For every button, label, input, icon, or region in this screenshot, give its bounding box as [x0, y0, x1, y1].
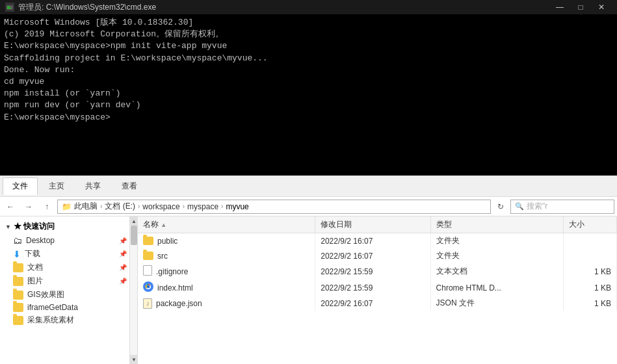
ribbon-tab-3[interactable]: 查看 — [112, 177, 147, 195]
cmd-line: E:\workspace\myspace> — [4, 112, 613, 124]
column-header-1[interactable]: 修改日期 — [315, 216, 430, 233]
file-row-1[interactable]: src2022/9/2 16:07文件夹 — [138, 248, 617, 263]
file-name-inner-1: src — [143, 251, 309, 261]
scroll-up-arrow[interactable]: ▲ — [130, 216, 138, 226]
sidebar-item-left-2: 文档 — [13, 262, 43, 273]
file-icon-4: J — [143, 298, 152, 309]
sidebar-item-2[interactable]: 文档📌 — [0, 261, 129, 274]
file-kind-2: 文本文档 — [430, 263, 564, 280]
scroll-down-arrow[interactable]: ▼ — [130, 355, 138, 364]
pin-icon-1: 📌 — [119, 250, 127, 257]
up-button[interactable]: ↑ — [39, 199, 55, 214]
file-name-cell-0: public — [138, 233, 315, 249]
file-kind-3: Chrome HTML D... — [430, 280, 564, 296]
column-header-0[interactable]: 名称 ▲ — [138, 216, 315, 233]
pin-icon-0: 📌 — [119, 237, 127, 244]
sidebar-item-label-1: 下载 — [25, 248, 40, 259]
column-header-2[interactable]: 类型 — [430, 216, 564, 233]
breadcrumb-item-0[interactable]: 此电脑 — [74, 201, 98, 212]
scroll-track — [130, 226, 137, 355]
breadcrumb-item-1[interactable]: 文档 (E:) — [105, 201, 135, 212]
breadcrumb-sep: › — [221, 203, 223, 210]
file-row-4[interactable]: Jpackage.json2022/9/2 16:07JSON 文件1 KB — [138, 296, 617, 311]
explorer-main: ▼ ★ 快速访问 🗂Desktop📌⬇下载📌文档📌图片📌GIS效果图iframe… — [0, 216, 617, 364]
sidebar-item-label-4: GIS效果图 — [27, 289, 64, 300]
cmd-line: Scaffolding project in E:\workspace\mysp… — [4, 53, 613, 64]
ribbon-tab-1[interactable]: 主页 — [39, 177, 74, 195]
sidebar-items-list: 🗂Desktop📌⬇下载📌文档📌图片📌GIS效果图iframeGetData采集… — [0, 234, 129, 327]
address-bar[interactable]: 📁 此电脑 › 文档 (E:) › workspace › myspace › … — [57, 200, 491, 214]
cmd-line: (c) 2019 Microsoft Corporation。保留所有权利。 — [4, 29, 613, 40]
sidebar-item-left-5: iframeGetData — [13, 303, 78, 312]
file-row-2[interactable]: .gitignore2022/9/2 15:59文本文档1 KB — [138, 263, 617, 280]
file-row-0[interactable]: public2022/9/2 16:07文件夹 — [138, 233, 617, 249]
cmd-icon — [5, 3, 14, 12]
ribbon-tab-2[interactable]: 共享 — [75, 177, 111, 195]
sidebar-item-3[interactable]: 图片📌 — [0, 274, 129, 288]
svg-rect-0 — [7, 5, 13, 10]
file-explorer: 文件主页共享查看 ← → ↑ 📁 此电脑 › 文档 (E:) › workspa… — [0, 176, 617, 364]
back-button[interactable]: ← — [3, 199, 18, 214]
file-kind-1: 文件夹 — [430, 248, 564, 263]
sidebar-item-label-3: 图片 — [27, 276, 43, 287]
cmd-line: Microsoft Windows [版本 10.0.18362.30] — [4, 17, 613, 29]
cmd-title: 管理员: C:\Windows\System32\cmd.exe — [18, 2, 156, 13]
file-modified-3: 2022/9/2 15:59 — [315, 280, 430, 296]
breadcrumb-item-4[interactable]: myvue — [226, 202, 248, 211]
breadcrumb-sep: › — [100, 203, 102, 210]
cmd-line: npm install (or `yarn`) — [4, 88, 613, 99]
file-name-cell-4: Jpackage.json — [138, 296, 315, 311]
close-button[interactable]: ✕ — [591, 0, 612, 14]
minimize-button[interactable]: — — [549, 0, 570, 14]
cmd-content: Microsoft Windows [版本 10.0.18362.30](c) … — [0, 14, 617, 126]
file-list-container: 名称 ▲修改日期类型大小public2022/9/2 16:07文件夹src20… — [138, 216, 617, 364]
scroll-thumb — [131, 226, 137, 245]
search-placeholder: 搜索"r — [527, 201, 547, 212]
refresh-button[interactable]: ↻ — [493, 200, 508, 214]
expand-triangle-icon: ▼ — [5, 224, 11, 230]
file-size-4: 1 KB — [564, 296, 617, 311]
file-size-1 — [564, 248, 617, 263]
cmd-window: 管理员: C:\Windows\System32\cmd.exe — □ ✕ M… — [0, 0, 617, 176]
sidebar-item-6[interactable]: 采集系统素材 — [0, 313, 129, 327]
sidebar-item-1[interactable]: ⬇下载📌 — [0, 247, 129, 261]
sidebar-item-4[interactable]: GIS效果图 — [0, 288, 129, 302]
column-header-3[interactable]: 大小 — [564, 216, 617, 233]
sidebar-item-0[interactable]: 🗂Desktop📌 — [0, 234, 129, 247]
cmd-titlebar-left: 管理员: C:\Windows\System32\cmd.exe — [5, 2, 156, 13]
sort-arrow: ▲ — [161, 222, 166, 228]
sidebar-item-left-1: ⬇下载 — [13, 248, 40, 259]
file-modified-1: 2022/9/2 16:07 — [315, 248, 430, 263]
quick-access-label: ★ 快速访问 — [14, 221, 55, 232]
file-icon-1 — [143, 251, 153, 261]
sidebar-item-5[interactable]: iframeGetData — [0, 302, 129, 313]
svg-rect-2 — [7, 8, 11, 8]
file-icon-3 — [143, 281, 153, 294]
svg-rect-1 — [7, 6, 10, 7]
file-name-text-0: public — [157, 237, 177, 246]
file-row-3[interactable]: index.html2022/9/2 15:59Chrome HTML D...… — [138, 280, 617, 296]
path-bar: ← → ↑ 📁 此电脑 › 文档 (E:) › workspace › mysp… — [0, 197, 617, 216]
restore-button[interactable]: □ — [570, 0, 591, 14]
svg-point-6 — [148, 286, 150, 288]
file-name-inner-2: .gitignore — [143, 265, 309, 278]
file-kind-4: JSON 文件 — [430, 296, 564, 311]
file-name-cell-2: .gitignore — [138, 263, 315, 280]
left-scrollbar[interactable]: ▲ ▼ — [130, 216, 138, 364]
file-icon-2 — [143, 265, 152, 278]
file-kind-0: 文件夹 — [430, 233, 564, 249]
breadcrumb-item-2[interactable]: workspace — [142, 202, 179, 211]
breadcrumb-item-3[interactable]: myspace — [187, 202, 218, 211]
file-list-area: ▲ ▼ 名称 ▲修改日期类型大小public2022/9/2 16:07文件夹s… — [130, 216, 617, 364]
quick-access-header[interactable]: ▼ ★ 快速访问 — [0, 219, 129, 234]
search-bar[interactable]: 🔍 搜索"r — [510, 200, 614, 214]
sidebar-item-label-2: 文档 — [27, 262, 43, 273]
breadcrumb-sep: › — [138, 203, 140, 210]
sidebar-item-label-6: 采集系统素材 — [27, 315, 74, 326]
ribbon-tab-0[interactable]: 文件 — [3, 177, 38, 195]
forward-button[interactable]: → — [21, 199, 36, 214]
cmd-line: cd myvue — [4, 76, 613, 88]
sidebar: ▼ ★ 快速访问 🗂Desktop📌⬇下载📌文档📌图片📌GIS效果图iframe… — [0, 216, 130, 364]
pin-icon-2: 📌 — [119, 264, 127, 271]
file-name-inner-0: public — [143, 236, 309, 246]
